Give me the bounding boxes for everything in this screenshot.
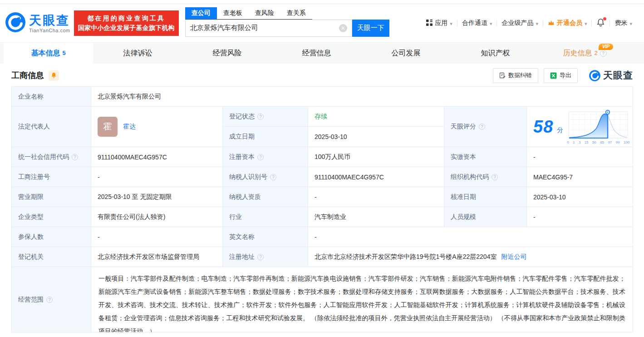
tab-operating-risk[interactable]: 经营风险 [182,43,272,64]
field-value-approval-date: 2025-03-10 [527,187,633,207]
field-label-reg-number: 工商注册号 [12,167,91,187]
divider [591,20,592,26]
tab-company-development[interactable]: 公司发展 [361,43,451,64]
business-info-section-head: 工商信息 数据纠错 导出 [0,64,644,86]
field-value-insured-count: - [91,227,223,247]
tab-intellectual-property[interactable]: 知识产权 [451,43,540,64]
field-label-reg-status: 登记状态 [223,107,308,127]
bell-icon [51,72,57,79]
help-icon[interactable] [479,124,485,130]
field-value-reg-capital: 100万人民币 [308,147,444,167]
slogan-banner: 都在用的商业查询工具 国家中小企业发展子基金旗下机构 [74,10,179,36]
data-correction-button[interactable]: 数据纠错 [493,68,538,83]
field-label-reg-authority: 登记机关 [12,247,91,267]
help-icon[interactable] [270,174,276,180]
divider [457,20,457,26]
field-value-english-name: - [308,227,633,247]
username: 费米 [615,19,627,27]
help-icon[interactable] [46,297,53,303]
field-value-taxpayer-quality: - [308,187,444,207]
export-label: 导出 [560,71,571,79]
clear-search-icon[interactable] [339,24,347,32]
score-distribution-chart: 0131550859799100 [567,109,629,144]
field-label-taxpayer-quality: 纳税人资质 [223,187,308,207]
help-icon[interactable] [600,50,607,57]
search-input[interactable]: 北京景烁汽车有限公司 [185,20,352,37]
field-value-credit-code: 91110400MAEC4G957C [91,147,223,167]
legal-rep-avatar[interactable]: 霍 [98,117,118,137]
slogan-line-1: 都在用的商业查询工具 [78,14,175,23]
site-logo[interactable]: 天眼查 TianYanCha.com [5,11,70,35]
chevron-down-icon [585,20,587,27]
nav-partner-channel[interactable]: 合作通道 [462,19,492,27]
field-value-business-term: 2025-03-10 至 无固定期限 [91,187,223,207]
divider [610,20,610,26]
slogan-line-2: 国家中小企业发展子基金旗下机构 [78,23,175,33]
tab-history-info[interactable]: 历史信息 2 VIP [540,43,629,64]
divider [497,20,497,26]
notifications-bell[interactable] [596,18,605,28]
search-area: 查公司 查老板 查风险 查关系 北京景烁汽车有限公司 天眼一下 [185,7,389,37]
notification-dot [603,17,606,20]
search-tab-company[interactable]: 查公司 [185,7,217,19]
tab-basic-info[interactable]: 基本信息 5 [4,43,93,64]
help-icon[interactable] [72,154,78,160]
company-detail-tabs: 基本信息 5 法律诉讼 经营风险 经营信息 公司发展 知识产权 历史信息 2 V… [0,42,644,64]
search-tab-risk[interactable]: 查风险 [249,7,280,19]
nav-partner-label: 合作通道 [462,19,487,27]
field-value-paid-capital: - [527,147,633,167]
nav-open-vip[interactable]: 开通会员 [548,19,587,27]
tab-basic-info-label: 基本信息 [31,49,60,58]
brand-name: 天眼查 [29,14,70,27]
nav-apps[interactable]: 应用 [426,19,452,27]
search-tab-relation[interactable]: 查关系 [280,7,312,19]
search-input-value: 北京景烁汽车有限公司 [190,24,258,32]
divider [543,20,543,26]
field-value-industry: 汽车制造业 [308,207,444,227]
site-header: 天眼查 TianYanCha.com 都在用的商业查询工具 国家中小企业发展子基… [0,4,644,42]
search-tab-boss[interactable]: 查老板 [217,7,249,19]
field-value-taxpayer-id: 91110400MAEC4G957C [308,167,444,187]
field-value-org-code: MAEC4G95-7 [527,167,633,187]
tianyancha-company-page: 天眼查 TianYanCha.com 都在用的商业查询工具 国家中小企业发展子基… [0,4,644,337]
field-value-reg-status: 存续 [308,107,444,127]
monitor-bell-button[interactable] [49,70,59,81]
nearby-companies-link[interactable]: 附近公司 [501,253,526,261]
score-value: 58 [533,117,553,137]
field-label-org-code: 组织机构代码 [444,167,527,187]
tyc-score-cell: 58 分 [527,107,633,147]
nav-user-account[interactable]: 费米 [615,19,632,27]
tab-operation-label: 经营信息 [302,49,331,58]
excel-icon [550,72,557,79]
score-unit: 分 [557,126,563,134]
nav-enterprise-label: 企业级产品 [501,19,533,27]
field-value-company-name: 北京景烁汽车有限公司 [91,87,633,107]
help-icon[interactable] [257,254,264,260]
search-button[interactable]: 天眼一下 [352,20,389,37]
help-icon[interactable] [257,154,264,160]
legal-rep-link[interactable]: 霍达 [123,123,136,131]
legal-rep-cell: 霍 霍达 [91,107,223,147]
tab-development-label: 公司发展 [392,49,421,58]
section-title: 工商信息 [11,70,44,81]
tab-legal-proceedings[interactable]: 法律诉讼 [93,43,182,64]
help-icon[interactable] [257,114,264,120]
help-icon[interactable] [492,174,498,180]
tab-legal-label: 法律诉讼 [123,49,152,58]
field-label-business-term: 营业期限 [12,187,91,207]
chevron-down-icon [490,20,492,27]
app-grid-icon [426,20,433,27]
nav-enterprise-products[interactable]: 企业级产品 [501,19,538,27]
tab-basic-info-count: 5 [62,50,65,56]
tab-operating-info[interactable]: 经营信息 [272,43,361,64]
field-label-establish-date: 成立日期 [223,127,308,147]
field-value-reg-address: 北京市北京经济技术开发区荣华中路19号院1号楼A座22层2204室 附近公司 [308,247,633,267]
search-tabs: 查公司 查老板 查风险 查关系 [185,7,312,20]
field-value-business-scope: 一般项目：汽车零部件及配件制造；电车制造；汽车零部件再制造；新能源汽车换电设施销… [91,267,633,332]
tianyancha-logo-icon [589,69,601,82]
tab-ip-label: 知识产权 [481,49,510,58]
nav-apps-label: 应用 [435,19,447,27]
export-button[interactable]: 导出 [544,68,578,83]
field-label-taxpayer-id: 纳税人识别号 [223,167,308,187]
chevron-down-icon [450,20,452,27]
